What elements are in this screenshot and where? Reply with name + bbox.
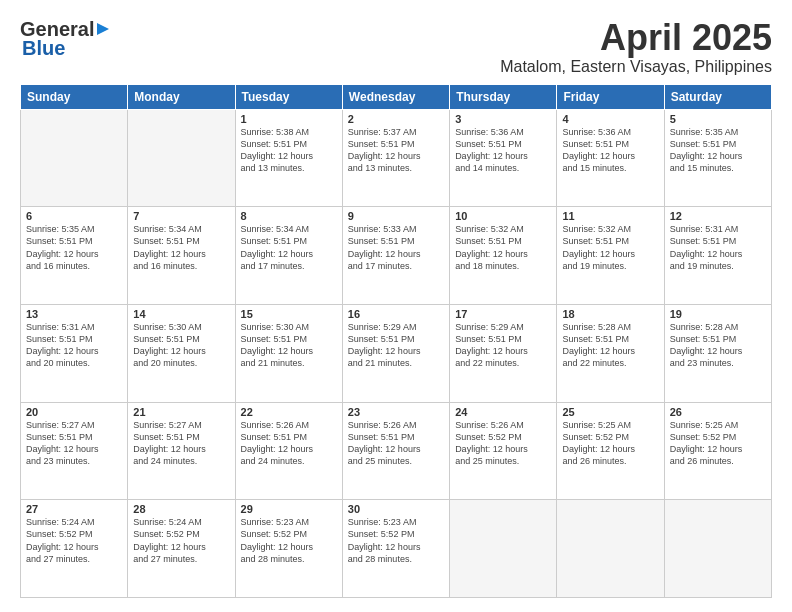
calendar-cell [21, 109, 128, 207]
calendar-cell: 29Sunrise: 5:23 AM Sunset: 5:52 PM Dayli… [235, 500, 342, 598]
day-info: Sunrise: 5:28 AM Sunset: 5:51 PM Dayligh… [670, 321, 766, 370]
day-info: Sunrise: 5:24 AM Sunset: 5:52 PM Dayligh… [26, 516, 122, 565]
day-number: 14 [133, 308, 229, 320]
calendar-cell: 18Sunrise: 5:28 AM Sunset: 5:51 PM Dayli… [557, 304, 664, 402]
day-info: Sunrise: 5:31 AM Sunset: 5:51 PM Dayligh… [26, 321, 122, 370]
calendar-cell: 7Sunrise: 5:34 AM Sunset: 5:51 PM Daylig… [128, 207, 235, 305]
day-info: Sunrise: 5:35 AM Sunset: 5:51 PM Dayligh… [670, 126, 766, 175]
calendar-cell: 10Sunrise: 5:32 AM Sunset: 5:51 PM Dayli… [450, 207, 557, 305]
day-info: Sunrise: 5:37 AM Sunset: 5:51 PM Dayligh… [348, 126, 444, 175]
day-info: Sunrise: 5:32 AM Sunset: 5:51 PM Dayligh… [562, 223, 658, 272]
col-header-tuesday: Tuesday [235, 84, 342, 109]
calendar-cell: 6Sunrise: 5:35 AM Sunset: 5:51 PM Daylig… [21, 207, 128, 305]
calendar-cell: 16Sunrise: 5:29 AM Sunset: 5:51 PM Dayli… [342, 304, 449, 402]
calendar-cell: 23Sunrise: 5:26 AM Sunset: 5:51 PM Dayli… [342, 402, 449, 500]
day-info: Sunrise: 5:27 AM Sunset: 5:51 PM Dayligh… [26, 419, 122, 468]
col-header-monday: Monday [128, 84, 235, 109]
day-number: 15 [241, 308, 337, 320]
day-number: 5 [670, 113, 766, 125]
day-info: Sunrise: 5:33 AM Sunset: 5:51 PM Dayligh… [348, 223, 444, 272]
day-number: 8 [241, 210, 337, 222]
logo: General Blue [20, 18, 113, 60]
day-number: 20 [26, 406, 122, 418]
calendar-cell [664, 500, 771, 598]
calendar-cell: 27Sunrise: 5:24 AM Sunset: 5:52 PM Dayli… [21, 500, 128, 598]
day-info: Sunrise: 5:30 AM Sunset: 5:51 PM Dayligh… [241, 321, 337, 370]
day-number: 6 [26, 210, 122, 222]
logo-arrow-icon [97, 21, 113, 41]
day-number: 26 [670, 406, 766, 418]
day-number: 22 [241, 406, 337, 418]
calendar-week-row: 13Sunrise: 5:31 AM Sunset: 5:51 PM Dayli… [21, 304, 772, 402]
day-info: Sunrise: 5:34 AM Sunset: 5:51 PM Dayligh… [241, 223, 337, 272]
calendar-cell: 1Sunrise: 5:38 AM Sunset: 5:51 PM Daylig… [235, 109, 342, 207]
col-header-thursday: Thursday [450, 84, 557, 109]
day-info: Sunrise: 5:35 AM Sunset: 5:51 PM Dayligh… [26, 223, 122, 272]
day-info: Sunrise: 5:25 AM Sunset: 5:52 PM Dayligh… [562, 419, 658, 468]
day-number: 11 [562, 210, 658, 222]
day-number: 25 [562, 406, 658, 418]
col-header-wednesday: Wednesday [342, 84, 449, 109]
calendar-cell: 5Sunrise: 5:35 AM Sunset: 5:51 PM Daylig… [664, 109, 771, 207]
calendar-cell: 14Sunrise: 5:30 AM Sunset: 5:51 PM Dayli… [128, 304, 235, 402]
calendar-cell: 28Sunrise: 5:24 AM Sunset: 5:52 PM Dayli… [128, 500, 235, 598]
day-number: 23 [348, 406, 444, 418]
calendar-cell: 30Sunrise: 5:23 AM Sunset: 5:52 PM Dayli… [342, 500, 449, 598]
calendar-week-row: 20Sunrise: 5:27 AM Sunset: 5:51 PM Dayli… [21, 402, 772, 500]
svg-marker-0 [97, 23, 109, 35]
col-header-sunday: Sunday [21, 84, 128, 109]
day-info: Sunrise: 5:27 AM Sunset: 5:51 PM Dayligh… [133, 419, 229, 468]
day-info: Sunrise: 5:28 AM Sunset: 5:51 PM Dayligh… [562, 321, 658, 370]
day-info: Sunrise: 5:26 AM Sunset: 5:51 PM Dayligh… [348, 419, 444, 468]
day-info: Sunrise: 5:36 AM Sunset: 5:51 PM Dayligh… [562, 126, 658, 175]
calendar-cell: 19Sunrise: 5:28 AM Sunset: 5:51 PM Dayli… [664, 304, 771, 402]
calendar-cell: 8Sunrise: 5:34 AM Sunset: 5:51 PM Daylig… [235, 207, 342, 305]
calendar-week-row: 6Sunrise: 5:35 AM Sunset: 5:51 PM Daylig… [21, 207, 772, 305]
calendar-cell: 4Sunrise: 5:36 AM Sunset: 5:51 PM Daylig… [557, 109, 664, 207]
day-number: 28 [133, 503, 229, 515]
calendar-cell: 13Sunrise: 5:31 AM Sunset: 5:51 PM Dayli… [21, 304, 128, 402]
calendar-cell: 9Sunrise: 5:33 AM Sunset: 5:51 PM Daylig… [342, 207, 449, 305]
calendar-cell: 21Sunrise: 5:27 AM Sunset: 5:51 PM Dayli… [128, 402, 235, 500]
page: General Blue April 2025 Matalom, Eastern… [0, 0, 792, 612]
day-info: Sunrise: 5:38 AM Sunset: 5:51 PM Dayligh… [241, 126, 337, 175]
calendar-cell: 15Sunrise: 5:30 AM Sunset: 5:51 PM Dayli… [235, 304, 342, 402]
day-number: 24 [455, 406, 551, 418]
day-number: 21 [133, 406, 229, 418]
day-info: Sunrise: 5:25 AM Sunset: 5:52 PM Dayligh… [670, 419, 766, 468]
day-number: 1 [241, 113, 337, 125]
calendar-table: SundayMondayTuesdayWednesdayThursdayFrid… [20, 84, 772, 598]
day-number: 12 [670, 210, 766, 222]
day-info: Sunrise: 5:26 AM Sunset: 5:52 PM Dayligh… [455, 419, 551, 468]
calendar-cell: 24Sunrise: 5:26 AM Sunset: 5:52 PM Dayli… [450, 402, 557, 500]
header: General Blue April 2025 Matalom, Eastern… [20, 18, 772, 76]
day-info: Sunrise: 5:31 AM Sunset: 5:51 PM Dayligh… [670, 223, 766, 272]
day-number: 7 [133, 210, 229, 222]
calendar-cell: 11Sunrise: 5:32 AM Sunset: 5:51 PM Dayli… [557, 207, 664, 305]
day-number: 19 [670, 308, 766, 320]
day-info: Sunrise: 5:23 AM Sunset: 5:52 PM Dayligh… [348, 516, 444, 565]
calendar-cell: 17Sunrise: 5:29 AM Sunset: 5:51 PM Dayli… [450, 304, 557, 402]
col-header-friday: Friday [557, 84, 664, 109]
day-number: 29 [241, 503, 337, 515]
day-number: 17 [455, 308, 551, 320]
day-info: Sunrise: 5:23 AM Sunset: 5:52 PM Dayligh… [241, 516, 337, 565]
day-number: 2 [348, 113, 444, 125]
title-area: April 2025 Matalom, Eastern Visayas, Phi… [500, 18, 772, 76]
day-number: 9 [348, 210, 444, 222]
month-title: April 2025 [500, 18, 772, 58]
calendar-cell [128, 109, 235, 207]
calendar-cell: 26Sunrise: 5:25 AM Sunset: 5:52 PM Dayli… [664, 402, 771, 500]
day-number: 3 [455, 113, 551, 125]
calendar-cell: 20Sunrise: 5:27 AM Sunset: 5:51 PM Dayli… [21, 402, 128, 500]
day-number: 13 [26, 308, 122, 320]
calendar-cell [557, 500, 664, 598]
day-info: Sunrise: 5:29 AM Sunset: 5:51 PM Dayligh… [455, 321, 551, 370]
location-title: Matalom, Eastern Visayas, Philippines [500, 58, 772, 76]
day-number: 18 [562, 308, 658, 320]
calendar-cell: 2Sunrise: 5:37 AM Sunset: 5:51 PM Daylig… [342, 109, 449, 207]
calendar-cell: 22Sunrise: 5:26 AM Sunset: 5:51 PM Dayli… [235, 402, 342, 500]
day-info: Sunrise: 5:36 AM Sunset: 5:51 PM Dayligh… [455, 126, 551, 175]
calendar-cell: 25Sunrise: 5:25 AM Sunset: 5:52 PM Dayli… [557, 402, 664, 500]
day-number: 30 [348, 503, 444, 515]
